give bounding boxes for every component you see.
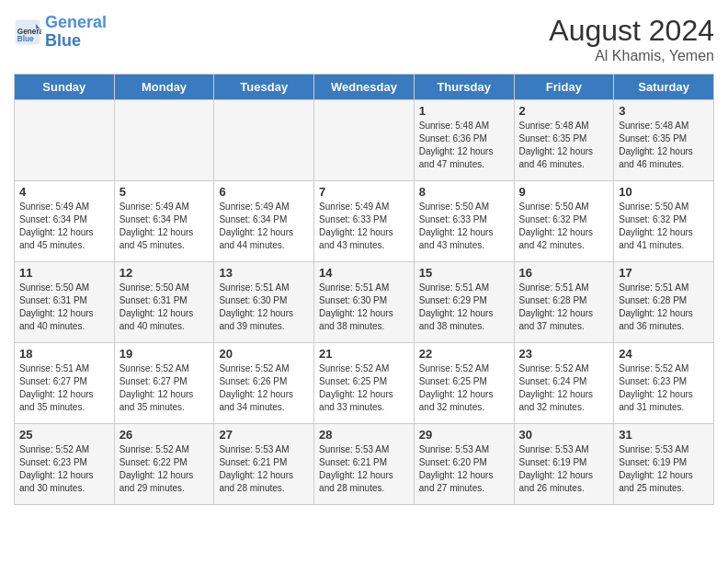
day-number: 19 xyxy=(119,347,210,361)
day-cell-12: 12Sunrise: 5:50 AM Sunset: 6:31 PM Dayli… xyxy=(114,262,214,343)
day-info: Sunrise: 5:51 AM Sunset: 6:29 PM Dayligh… xyxy=(419,282,509,333)
header-day-sunday: Sunday xyxy=(15,75,115,100)
day-info: Sunrise: 5:53 AM Sunset: 6:19 PM Dayligh… xyxy=(619,443,709,495)
week-row-1: 1Sunrise: 5:48 AM Sunset: 6:36 PM Daylig… xyxy=(15,100,714,181)
calendar-header: SundayMondayTuesdayWednesdayThursdayFrid… xyxy=(15,75,714,100)
day-number: 18 xyxy=(19,347,109,361)
day-number: 27 xyxy=(219,428,309,442)
day-cell-18: 18Sunrise: 5:51 AM Sunset: 6:27 PM Dayli… xyxy=(15,343,115,424)
day-info: Sunrise: 5:52 AM Sunset: 6:25 PM Dayligh… xyxy=(319,362,409,414)
day-cell-16: 16Sunrise: 5:51 AM Sunset: 6:28 PM Dayli… xyxy=(514,262,614,343)
day-info: Sunrise: 5:53 AM Sunset: 6:20 PM Dayligh… xyxy=(419,443,509,495)
day-number: 16 xyxy=(519,266,609,280)
day-info: Sunrise: 5:50 AM Sunset: 6:33 PM Dayligh… xyxy=(419,201,509,252)
day-number: 29 xyxy=(419,428,509,442)
day-number: 28 xyxy=(319,428,409,442)
page-header: General Blue General Blue August 2024 Al… xyxy=(14,14,714,64)
day-info: Sunrise: 5:52 AM Sunset: 6:23 PM Dayligh… xyxy=(619,362,709,414)
empty-cell xyxy=(214,100,314,181)
day-info: Sunrise: 5:52 AM Sunset: 6:27 PM Dayligh… xyxy=(119,362,210,414)
day-number: 26 xyxy=(119,428,210,442)
header-day-friday: Friday xyxy=(514,75,614,100)
day-cell-19: 19Sunrise: 5:52 AM Sunset: 6:27 PM Dayli… xyxy=(114,343,214,424)
day-cell-28: 28Sunrise: 5:53 AM Sunset: 6:21 PM Dayli… xyxy=(314,424,415,505)
day-number: 13 xyxy=(219,266,309,280)
day-number: 6 xyxy=(219,185,309,199)
day-cell-3: 3Sunrise: 5:48 AM Sunset: 6:35 PM Daylig… xyxy=(614,100,714,181)
day-number: 2 xyxy=(519,104,609,118)
logo-blue: Blue xyxy=(45,31,81,50)
day-cell-8: 8Sunrise: 5:50 AM Sunset: 6:33 PM Daylig… xyxy=(414,181,514,262)
week-row-4: 18Sunrise: 5:51 AM Sunset: 6:27 PM Dayli… xyxy=(15,343,714,424)
empty-cell xyxy=(15,100,115,181)
day-cell-26: 26Sunrise: 5:52 AM Sunset: 6:22 PM Dayli… xyxy=(114,424,214,505)
day-info: Sunrise: 5:49 AM Sunset: 6:34 PM Dayligh… xyxy=(19,201,109,252)
day-number: 11 xyxy=(19,266,109,280)
day-cell-13: 13Sunrise: 5:51 AM Sunset: 6:30 PM Dayli… xyxy=(214,262,314,343)
svg-text:Blue: Blue xyxy=(17,35,34,43)
day-number: 1 xyxy=(419,104,509,118)
empty-cell xyxy=(314,100,415,181)
day-number: 15 xyxy=(419,266,509,280)
day-cell-11: 11Sunrise: 5:50 AM Sunset: 6:31 PM Dayli… xyxy=(15,262,115,343)
day-info: Sunrise: 5:50 AM Sunset: 6:31 PM Dayligh… xyxy=(119,282,210,333)
day-cell-15: 15Sunrise: 5:51 AM Sunset: 6:29 PM Dayli… xyxy=(414,262,514,343)
day-info: Sunrise: 5:52 AM Sunset: 6:23 PM Dayligh… xyxy=(19,443,109,495)
day-number: 23 xyxy=(519,347,609,361)
day-cell-29: 29Sunrise: 5:53 AM Sunset: 6:20 PM Dayli… xyxy=(414,424,514,505)
day-number: 17 xyxy=(619,266,709,280)
header-day-saturday: Saturday xyxy=(614,75,714,100)
day-cell-10: 10Sunrise: 5:50 AM Sunset: 6:32 PM Dayli… xyxy=(614,181,714,262)
day-info: Sunrise: 5:50 AM Sunset: 6:31 PM Dayligh… xyxy=(19,282,109,333)
day-info: Sunrise: 5:48 AM Sunset: 6:35 PM Dayligh… xyxy=(619,120,709,171)
day-cell-1: 1Sunrise: 5:48 AM Sunset: 6:36 PM Daylig… xyxy=(414,100,514,181)
week-row-5: 25Sunrise: 5:52 AM Sunset: 6:23 PM Dayli… xyxy=(15,424,714,505)
day-info: Sunrise: 5:52 AM Sunset: 6:26 PM Dayligh… xyxy=(219,362,309,414)
day-info: Sunrise: 5:53 AM Sunset: 6:21 PM Dayligh… xyxy=(219,443,309,495)
day-info: Sunrise: 5:51 AM Sunset: 6:28 PM Dayligh… xyxy=(519,282,609,333)
day-info: Sunrise: 5:51 AM Sunset: 6:30 PM Dayligh… xyxy=(219,282,309,333)
day-cell-2: 2Sunrise: 5:48 AM Sunset: 6:35 PM Daylig… xyxy=(514,100,614,181)
day-info: Sunrise: 5:53 AM Sunset: 6:19 PM Dayligh… xyxy=(519,443,609,495)
day-cell-30: 30Sunrise: 5:53 AM Sunset: 6:19 PM Dayli… xyxy=(514,424,614,505)
header-day-thursday: Thursday xyxy=(414,75,514,100)
day-info: Sunrise: 5:49 AM Sunset: 6:34 PM Dayligh… xyxy=(119,201,210,252)
day-number: 24 xyxy=(619,347,709,361)
calendar-body: 1Sunrise: 5:48 AM Sunset: 6:36 PM Daylig… xyxy=(15,100,714,505)
day-cell-25: 25Sunrise: 5:52 AM Sunset: 6:23 PM Dayli… xyxy=(15,424,115,505)
day-number: 30 xyxy=(519,428,609,442)
title-block: August 2024 Al Khamis, Yemen xyxy=(549,14,714,64)
logo: General Blue General Blue xyxy=(14,14,107,51)
day-cell-21: 21Sunrise: 5:52 AM Sunset: 6:25 PM Dayli… xyxy=(314,343,415,424)
day-cell-7: 7Sunrise: 5:49 AM Sunset: 6:33 PM Daylig… xyxy=(314,181,415,262)
logo-icon: General Blue xyxy=(14,18,41,46)
day-number: 31 xyxy=(619,428,709,442)
header-row: SundayMondayTuesdayWednesdayThursdayFrid… xyxy=(15,75,714,100)
day-cell-22: 22Sunrise: 5:52 AM Sunset: 6:25 PM Dayli… xyxy=(414,343,514,424)
day-cell-6: 6Sunrise: 5:49 AM Sunset: 6:34 PM Daylig… xyxy=(214,181,314,262)
day-info: Sunrise: 5:52 AM Sunset: 6:24 PM Dayligh… xyxy=(519,362,609,414)
day-number: 25 xyxy=(19,428,109,442)
week-row-2: 4Sunrise: 5:49 AM Sunset: 6:34 PM Daylig… xyxy=(15,181,714,262)
day-cell-27: 27Sunrise: 5:53 AM Sunset: 6:21 PM Dayli… xyxy=(214,424,314,505)
day-cell-24: 24Sunrise: 5:52 AM Sunset: 6:23 PM Dayli… xyxy=(614,343,714,424)
day-info: Sunrise: 5:52 AM Sunset: 6:25 PM Dayligh… xyxy=(419,362,509,414)
day-cell-4: 4Sunrise: 5:49 AM Sunset: 6:34 PM Daylig… xyxy=(15,181,115,262)
day-cell-20: 20Sunrise: 5:52 AM Sunset: 6:26 PM Dayli… xyxy=(214,343,314,424)
header-day-wednesday: Wednesday xyxy=(314,75,415,100)
day-number: 22 xyxy=(419,347,509,361)
day-info: Sunrise: 5:49 AM Sunset: 6:34 PM Dayligh… xyxy=(219,201,309,252)
day-number: 3 xyxy=(619,104,709,118)
day-number: 8 xyxy=(419,185,509,199)
day-number: 12 xyxy=(119,266,210,280)
day-number: 9 xyxy=(519,185,609,199)
day-cell-14: 14Sunrise: 5:51 AM Sunset: 6:30 PM Dayli… xyxy=(314,262,415,343)
day-number: 5 xyxy=(119,185,210,199)
day-info: Sunrise: 5:48 AM Sunset: 6:35 PM Dayligh… xyxy=(519,120,609,171)
day-info: Sunrise: 5:52 AM Sunset: 6:22 PM Dayligh… xyxy=(119,443,210,495)
day-number: 4 xyxy=(19,185,109,199)
header-day-tuesday: Tuesday xyxy=(214,75,314,100)
logo-text: General Blue xyxy=(45,14,107,51)
day-number: 14 xyxy=(319,266,409,280)
day-number: 21 xyxy=(319,347,409,361)
